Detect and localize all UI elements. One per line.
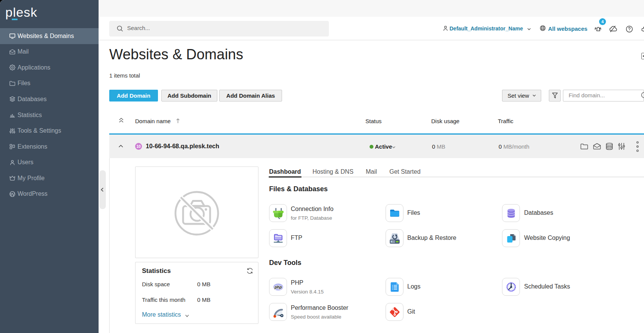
svg-text:php: php (274, 284, 282, 289)
